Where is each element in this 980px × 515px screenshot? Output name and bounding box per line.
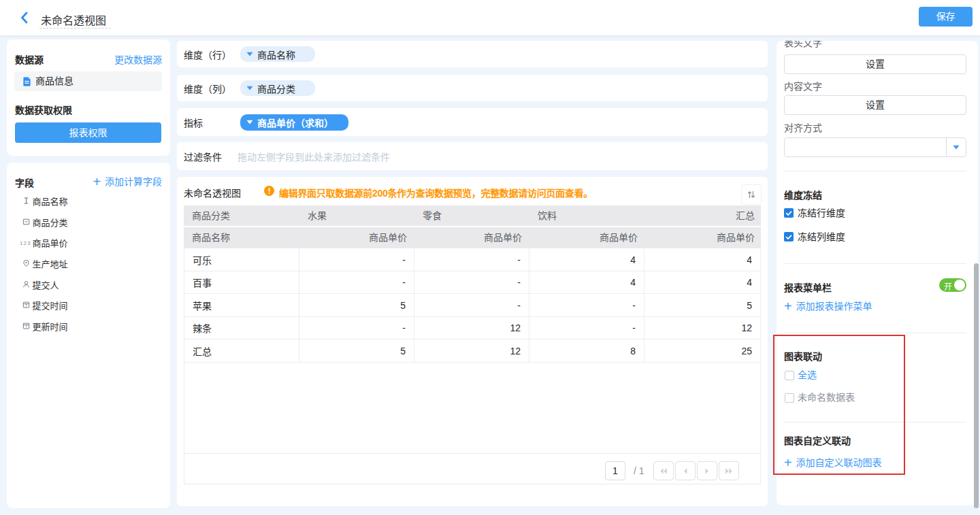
svg-text:123: 123 xyxy=(20,240,31,246)
svg-text:7: 7 xyxy=(25,303,27,308)
svg-text:7: 7 xyxy=(25,325,27,329)
